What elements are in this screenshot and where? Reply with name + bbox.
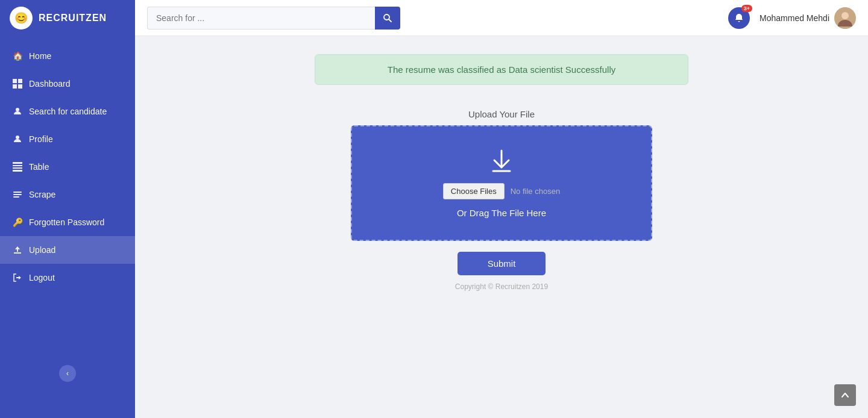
user-avatar <box>834 7 856 29</box>
svg-rect-1 <box>18 79 22 83</box>
svg-line-15 <box>389 19 391 22</box>
download-arrow-icon <box>488 148 515 175</box>
svg-rect-3 <box>18 84 22 89</box>
sidebar-label-forgotten-password: Forgotten Password <box>29 217 104 227</box>
svg-point-4 <box>16 108 19 111</box>
key-icon: 🔑 <box>12 217 23 228</box>
choose-files-button[interactable]: Choose Files <box>443 183 505 199</box>
upload-label: Upload Your File <box>468 109 535 119</box>
sidebar-item-search-candidate[interactable]: Search for candidate <box>0 98 135 125</box>
user-info[interactable]: Mohammed Mehdi <box>760 7 856 29</box>
svg-rect-2 <box>13 84 17 89</box>
sidebar-item-logout[interactable]: Logout <box>0 264 135 292</box>
sidebar-label-profile: Profile <box>29 134 53 144</box>
sidebar-label-dashboard: Dashboard <box>29 79 71 89</box>
svg-point-5 <box>16 136 19 139</box>
header-right: 3+ Mohammed Mehdi <box>728 7 856 29</box>
footer: Copyright © Recruitzen 2019 <box>448 275 555 298</box>
svg-rect-8 <box>13 167 22 169</box>
notification-button[interactable]: 3+ <box>728 7 750 29</box>
sidebar-label-scrape: Scrape <box>29 190 55 199</box>
svg-rect-11 <box>13 194 22 195</box>
app-name: RECRUITZEN <box>39 13 107 23</box>
footer-text: Copyright © Recruitzen 2019 <box>455 282 548 291</box>
svg-rect-7 <box>13 165 22 166</box>
no-file-text: No file chosen <box>511 187 560 196</box>
sidebar-label-logout: Logout <box>29 273 55 282</box>
upload-section: Upload Your File Choose Files No file ch… <box>351 109 652 275</box>
header: 3+ Mohammed Mehdi <box>135 0 868 36</box>
submit-button[interactable]: Submit <box>458 252 546 275</box>
upload-icon <box>12 245 23 255</box>
svg-rect-13 <box>14 252 21 254</box>
file-input-row: Choose Files No file chosen <box>443 183 560 199</box>
svg-rect-6 <box>13 162 22 164</box>
sidebar-collapse-button[interactable]: ‹ <box>59 365 76 382</box>
search-container <box>147 7 400 30</box>
search-icon <box>383 13 392 23</box>
sidebar-logo[interactable]: 😊 RECRUITZEN <box>0 0 135 36</box>
logout-icon <box>12 272 23 283</box>
success-message: The resume was classified as Data scient… <box>388 64 615 75</box>
chevron-up-icon <box>841 391 849 399</box>
success-banner: The resume was classified as Data scient… <box>315 54 688 85</box>
sidebar-item-dashboard[interactable]: Dashboard <box>0 70 135 98</box>
user-name: Mohammed Mehdi <box>760 13 829 23</box>
scrape-icon <box>12 189 23 200</box>
dashboard-icon <box>12 78 23 89</box>
page-content: The resume was classified as Data scient… <box>135 36 868 418</box>
search-input[interactable] <box>147 7 375 30</box>
sidebar-nav: 🏠 Home Dashboard Search for candidate Pr… <box>0 36 135 418</box>
sidebar: 😊 RECRUITZEN 🏠 Home Dashboard Search for… <box>0 0 135 418</box>
scroll-to-top-button[interactable] <box>834 384 856 406</box>
sidebar-item-scrape[interactable]: Scrape <box>0 181 135 208</box>
sidebar-item-table[interactable]: Table <box>0 153 135 181</box>
notification-badge: 3+ <box>741 5 752 12</box>
bell-icon <box>734 13 744 23</box>
svg-rect-0 <box>13 79 17 83</box>
sidebar-label-home: Home <box>29 51 51 61</box>
home-icon: 🏠 <box>12 51 23 61</box>
sidebar-item-home[interactable]: 🏠 Home <box>0 42 135 70</box>
sidebar-label-upload: Upload <box>29 245 55 255</box>
table-icon <box>12 161 23 172</box>
upload-dropzone[interactable]: Choose Files No file chosen Or Drag The … <box>351 125 652 241</box>
svg-rect-12 <box>13 196 19 198</box>
sidebar-label-table: Table <box>29 162 49 172</box>
svg-rect-10 <box>13 192 22 193</box>
search-candidate-icon <box>12 106 23 117</box>
sidebar-item-profile[interactable]: Profile <box>0 125 135 153</box>
logo-icon: 😊 <box>10 7 33 30</box>
search-button[interactable] <box>375 7 400 30</box>
sidebar-label-search-candidate: Search for candidate <box>29 107 107 116</box>
sidebar-item-forgotten-password[interactable]: 🔑 Forgotten Password <box>0 208 135 236</box>
sidebar-item-upload[interactable]: Upload <box>0 236 135 264</box>
drag-drop-text: Or Drag The File Here <box>457 208 546 218</box>
svg-point-17 <box>841 12 849 19</box>
profile-icon <box>12 134 23 145</box>
svg-rect-9 <box>13 170 22 172</box>
main-content: 3+ Mohammed Mehdi The resume was classif… <box>135 0 868 418</box>
